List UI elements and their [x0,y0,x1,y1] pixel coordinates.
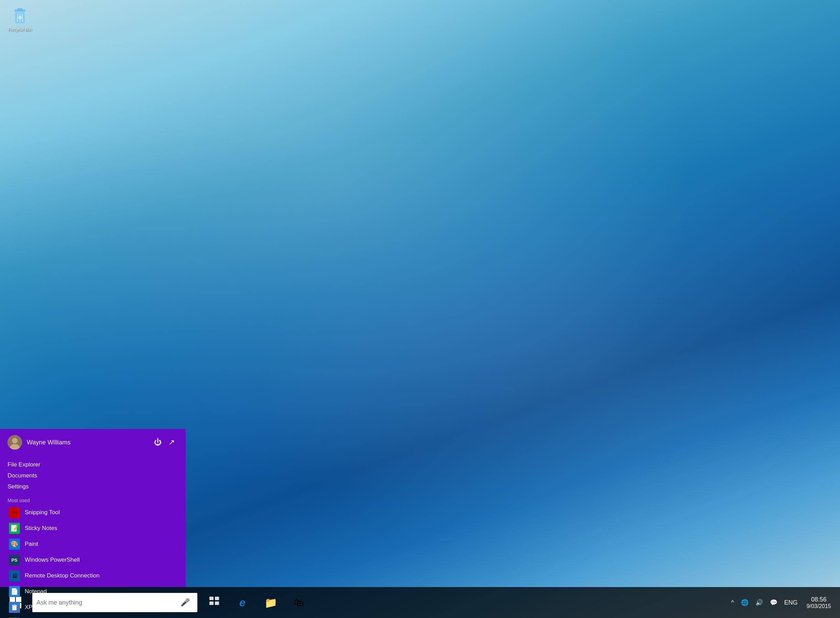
recycle-bin-label: Recycle Bin [8,27,32,32]
taskbar-apps: e 📁 🛍 [200,587,313,618]
svg-rect-20 [210,602,214,605]
svg-rect-18 [210,597,214,600]
clock[interactable]: 08:56 9/03/2015 [801,595,837,611]
app-item-notepad[interactable]: 📄 Notepad [7,584,178,599]
app-name-notepad: Notepad [25,588,47,595]
user-name: Wayne Williams [27,439,151,446]
snipping-tool-icon: ✂ [9,507,20,518]
user-avatar [7,435,22,450]
expand-button[interactable]: ↗ [165,437,178,448]
app-item-snipping-tool[interactable]: ✂ Snipping Tool [7,505,178,520]
most-used-label: Most used [7,498,178,503]
recycle-bin-graphic: ♻ [12,7,28,25]
quick-link-documents[interactable]: Documents [7,470,178,481]
app-name-xps-viewer: XPS Viewer [25,604,56,611]
app-item-paint[interactable]: 🎨 Paint [7,536,178,552]
quick-links: File Explorer Documents Settings [0,456,186,496]
desktop: ♻ Recycle Bin Wayne Williams ⏻ ↗ File Ex… [0,0,840,618]
app-name-rdp: Remote Desktop Connection [25,572,100,579]
app-name-snipping-tool: Snipping Tool [25,509,60,516]
svg-rect-19 [215,597,219,600]
svg-rect-1 [17,8,23,10]
svg-text:♻: ♻ [18,15,22,20]
power-button[interactable]: ⏻ [151,437,165,448]
taskbar-file-explorer[interactable]: 📁 [257,587,285,618]
tray-expand-icon[interactable]: ^ [728,597,737,608]
app-item-xps-viewer[interactable]: 📋 XPS Viewer [7,599,178,615]
file-explorer-icon: 📁 [265,597,277,609]
rdp-icon: 🖥 [9,570,20,581]
xps-icon: 📋 [9,602,20,613]
action-center-icon[interactable]: 💬 [766,597,781,608]
most-used-section: Most used ✂ Snipping Tool 📝 Sticky Notes… [0,496,186,618]
app-item-rdp[interactable]: 🖥 Remote Desktop Connection [7,568,178,584]
app-name-paint: Paint [25,541,38,548]
start-menu: Wayne Williams ⏻ ↗ File Explorer Documen… [0,429,186,587]
network-icon[interactable]: 🌐 [737,597,752,608]
app-item-sticky-notes[interactable]: 📝 Sticky Notes [7,520,178,536]
svg-point-8 [12,438,18,443]
store-icon: 🛍 [294,597,304,608]
paint-icon: 🎨 [9,539,20,550]
task-view-icon [209,596,219,609]
sticky-notes-icon: 📝 [9,523,20,534]
svg-rect-21 [215,602,219,605]
language-label[interactable]: ENG [781,597,801,608]
taskbar-edge[interactable]: e [228,587,257,618]
system-tray: ^ 🌐 🔊 💬 ENG 08:56 9/03/2015 [728,587,840,618]
app-name-sticky-notes: Sticky Notes [25,525,57,532]
notepad-icon: 📄 [9,586,20,597]
user-section: Wayne Williams ⏻ ↗ [0,429,186,456]
taskbar-store[interactable]: 🛍 [285,587,313,618]
app-item-alarms[interactable]: ⏰ Alarms [7,615,178,618]
quick-link-file-explorer[interactable]: File Explorer [7,459,178,470]
app-name-powershell: Windows PowerShell [25,557,80,563]
edge-icon: e [239,596,245,609]
powershell-icon: PS [9,554,20,565]
quick-link-settings[interactable]: Settings [7,481,178,492]
clock-time: 08:56 [811,596,827,603]
recycle-bin-icon[interactable]: ♻ Recycle Bin [6,6,34,33]
taskbar-task-view[interactable] [200,587,228,618]
volume-icon[interactable]: 🔊 [752,597,766,608]
clock-date: 9/03/2015 [807,603,831,609]
app-item-powershell[interactable]: PS Windows PowerShell [7,552,178,568]
